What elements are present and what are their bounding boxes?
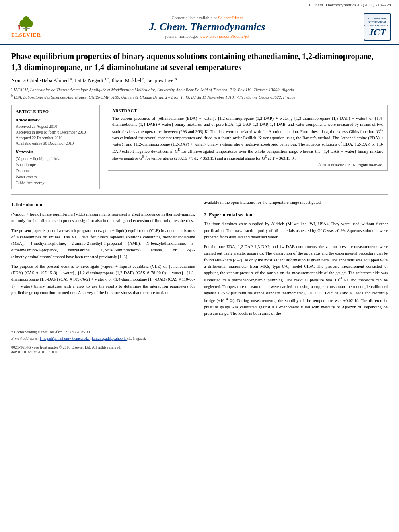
body-col-right: available in the open literature for the… xyxy=(204,199,388,320)
jct-logo: THE JOURNALOF CHEMICALTHERMODYNAMICS JCT xyxy=(364,13,391,41)
journal-title: J. Chem. Thermodynamics xyxy=(51,21,364,33)
history-label: Article history: xyxy=(16,117,95,123)
info-abstract-section: ARTICLE INFO Article history: Received 2… xyxy=(11,105,388,190)
journal-header: ELSEVIER Contents lists available at Sci… xyxy=(0,8,399,45)
elsevier-text: ELSEVIER xyxy=(11,32,41,38)
footer-notice: 0021-9614/$ - see front matter © 2010 El… xyxy=(11,345,388,349)
experimental-para-2: For the pure EDA, 1,2-DAP, 1,3-DAP, and … xyxy=(204,244,388,317)
page-wrapper: J. Chem. Thermodynamics 43 (2011) 719–72… xyxy=(0,0,399,357)
col2-intro-cont: available in the open literature for the… xyxy=(204,199,388,206)
body-col-left: 1. Introduction (Vapour + liquid) phase … xyxy=(11,199,195,320)
section-divider xyxy=(11,194,388,195)
abstract-box: ABSTRACT The vapour pressures of {ethane… xyxy=(108,105,388,171)
homepage-url[interactable]: www.elsevier.com/locate/jct xyxy=(199,34,249,39)
footer-section: 0021-9614/$ - see front matter © 2010 El… xyxy=(0,343,399,357)
body-content: 1. Introduction (Vapour + liquid) phase … xyxy=(11,199,388,320)
article-info-col: ARTICLE INFO Article history: Received 2… xyxy=(11,105,100,190)
svg-point-5 xyxy=(18,25,20,27)
intro-para-3: The purpose of the present work is to in… xyxy=(11,263,195,296)
keywords-label: Keywords: xyxy=(16,149,95,155)
intro-para-1: (Vapour + liquid) phase equilibrium (VLE… xyxy=(11,211,195,224)
available-online-date: Available online 30 December 2010 xyxy=(16,141,95,146)
citation-bar: J. Chem. Thermodynamics 43 (2011) 719–72… xyxy=(0,0,399,8)
footnote-section: * Corresponding author. Tel./fax: +213 4… xyxy=(11,327,388,342)
abstract-text: The vapour pressures of {ethanediamine (… xyxy=(112,115,383,162)
jct-letters: JCT xyxy=(369,27,386,37)
keywords-list: (Vapour + liquid) equilibria Isoteniscop… xyxy=(16,156,95,186)
svg-point-3 xyxy=(28,20,33,27)
svg-rect-6 xyxy=(19,27,20,29)
contents-text: Contents lists available at xyxy=(171,15,217,20)
email-note: (L. Negadi). xyxy=(127,337,146,341)
footer-doi: doi:10.1016/j.jct.2010.12.010 xyxy=(11,350,388,354)
received-revised-date: Received in revised form 6 December 2010 xyxy=(16,129,95,135)
authors-line: Nouria Chiali-Baba Ahmed a, Latifa Negad… xyxy=(11,77,388,84)
received-date: Received 23 August 2010 xyxy=(16,124,95,129)
jct-top-text: THE JOURNALOF CHEMICALTHERMODYNAMICS xyxy=(364,17,391,27)
sciencedirect-anchor[interactable]: ScienceDirect xyxy=(218,15,243,20)
footnote-email: E-mail addresses: l_negadi@mail.univ-tle… xyxy=(11,336,388,341)
accepted-date: Accepted 22 December 2010 xyxy=(16,135,95,141)
header-center: Contents lists available at ScienceDirec… xyxy=(51,15,364,39)
elsevier-logo: ELSEVIER xyxy=(8,16,44,38)
email2-link[interactable]: latifanegadi@yahoo.fr xyxy=(92,337,127,341)
journal-homepage: journal homepage: www.elsevier.com/locat… xyxy=(51,34,364,39)
email-label: E-mail addresses: xyxy=(11,337,39,341)
svg-point-2 xyxy=(19,20,24,27)
experimental-para-1: The four diamines were supplied by Aldri… xyxy=(204,221,388,240)
experimental-heading: 2. Experimental section xyxy=(204,211,388,219)
homepage-label: journal homepage: xyxy=(165,34,198,39)
abstract-col: ABSTRACT The vapour pressures of {ethane… xyxy=(108,105,388,190)
elsevier-tree-icon xyxy=(12,16,40,32)
article-info-heading: ARTICLE INFO xyxy=(16,109,95,115)
intro-para-2: The present paper is part of a research … xyxy=(11,228,195,260)
abstract-heading: ABSTRACT xyxy=(112,109,383,113)
svg-rect-4 xyxy=(23,28,30,29)
affiliations: a IATA2M, Laboratoire de Thermodynamique… xyxy=(11,86,388,100)
copyright-text: © 2010 Elsevier Ltd. All rights reserved… xyxy=(112,163,383,167)
citation-text: J. Chem. Thermodynamics 43 (2011) 719–72… xyxy=(309,2,391,7)
article-info-box: ARTICLE INFO Article history: Received 2… xyxy=(11,105,100,190)
introduction-heading: 1. Introduction xyxy=(11,201,195,209)
footnote-star: * Corresponding author. Tel./fax: +213 4… xyxy=(11,329,388,335)
sciencedirect-link: Contents lists available at ScienceDirec… xyxy=(51,15,364,20)
main-content: Phase equilibrium properties of binary a… xyxy=(0,45,399,327)
article-title: Phase equilibrium properties of binary a… xyxy=(11,51,388,73)
elsevier-box: ELSEVIER xyxy=(11,16,41,38)
email1-link[interactable]: l_negadi@mail.univ-tlemcen.dz xyxy=(40,337,90,341)
